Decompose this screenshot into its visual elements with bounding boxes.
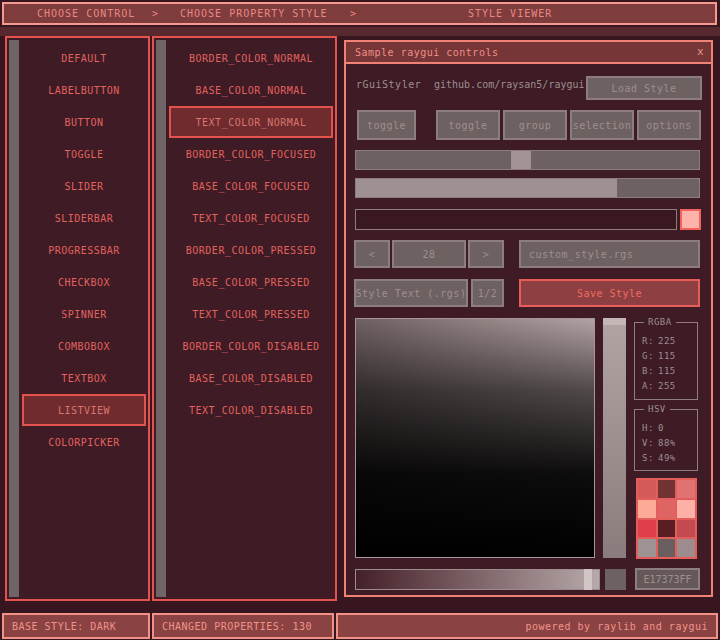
background-band <box>0 27 720 36</box>
controls-list-panel: DEFAULTLABELBUTTONBUTTONTOGGLESLIDERSLID… <box>5 36 150 601</box>
control-item-listview[interactable]: LISTVIEW <box>22 394 146 426</box>
color-palette-grid <box>636 478 697 559</box>
properties-list: BORDER_COLOR_NORMALBASE_COLOR_NORMALTEXT… <box>169 42 333 426</box>
palette-cell[interactable] <box>638 480 656 498</box>
window-title: Sample raygui controls <box>355 47 498 58</box>
hsv-values: H:0V:88%S:49% <box>635 420 697 465</box>
sample-controls-window: Sample raygui controls x rGuiStyler gith… <box>344 40 713 597</box>
window-titlebar[interactable]: Sample raygui controls x <box>346 42 711 64</box>
breadcrumb-choose-control: CHOOSE CONTROL <box>37 8 135 19</box>
properties-scrollbar[interactable] <box>156 40 166 597</box>
property-item-text_color_disabled[interactable]: TEXT_COLOR_DISABLED <box>169 394 333 426</box>
breadcrumb-bar: CHOOSE CONTROL > CHOOSE PROPERTY STYLE >… <box>2 2 717 25</box>
palette-cell[interactable] <box>638 539 656 557</box>
repo-url-label: github.com/raysan5/raygui <box>434 79 585 90</box>
palette-cell[interactable] <box>638 520 656 538</box>
property-item-base_color_normal[interactable]: BASE_COLOR_NORMAL <box>169 74 333 106</box>
property-item-base_color_focused[interactable]: BASE_COLOR_FOCUSED <box>169 170 333 202</box>
control-item-slider[interactable]: SLIDER <box>22 170 146 202</box>
slider-handle[interactable] <box>511 151 531 169</box>
hsv-group-title: HSV <box>644 404 670 414</box>
palette-cell[interactable] <box>677 480 695 498</box>
sample-slider[interactable] <box>355 150 700 170</box>
controls-list: DEFAULTLABELBUTTONBUTTONTOGGLESLIDERSLID… <box>22 42 146 458</box>
control-item-default[interactable]: DEFAULT <box>22 42 146 74</box>
value-row: V:88% <box>635 435 697 450</box>
value-row: B:115 <box>635 363 697 378</box>
palette-cell[interactable] <box>658 520 676 538</box>
style-text-button[interactable]: Style Text (.rgs) <box>354 279 468 307</box>
spinner-value[interactable]: 28 <box>392 240 466 268</box>
palette-cell[interactable] <box>658 539 676 557</box>
toggle-group-selection[interactable]: selection <box>570 110 634 140</box>
color-picker-sv-panel[interactable] <box>355 318 595 558</box>
alpha-handle[interactable] <box>584 569 592 590</box>
toggle-group-toggle[interactable]: toggle <box>436 110 500 140</box>
breadcrumb-choose-property-style: CHOOSE PROPERTY STYLE <box>180 8 327 19</box>
alpha-value-box <box>605 569 626 590</box>
toggle-group-group[interactable]: group <box>503 110 567 140</box>
value-row: H:0 <box>635 420 697 435</box>
palette-cell[interactable] <box>677 500 695 518</box>
property-item-border_color_pressed[interactable]: BORDER_COLOR_PRESSED <box>169 234 333 266</box>
property-item-border_color_normal[interactable]: BORDER_COLOR_NORMAL <box>169 42 333 74</box>
rgba-values: R:225G:115B:115A:255 <box>635 333 697 393</box>
palette-cell[interactable] <box>638 500 656 518</box>
app-name-label: rGuiStyler <box>356 79 421 90</box>
page-indicator-button[interactable]: 1/2 <box>471 279 504 307</box>
sample-textbox[interactable] <box>355 209 677 230</box>
property-item-base_color_pressed[interactable]: BASE_COLOR_PRESSED <box>169 266 333 298</box>
status-changed-properties: CHANGED PROPERTIES: 130 <box>152 613 334 639</box>
rgba-group-box: RGBA R:225G:115B:115A:255 <box>634 322 698 400</box>
control-item-colorpicker[interactable]: COLORPICKER <box>22 426 146 458</box>
value-row: S:49% <box>635 450 697 465</box>
close-icon[interactable]: x <box>697 45 704 58</box>
control-item-button[interactable]: BUTTON <box>22 106 146 138</box>
property-item-border_color_disabled[interactable]: BORDER_COLOR_DISABLED <box>169 330 333 362</box>
rgba-group-title: RGBA <box>644 317 676 327</box>
value-row: A:255 <box>635 378 697 393</box>
hsv-group-box: HSV H:0V:88%S:49% <box>634 409 698 471</box>
control-item-toggle[interactable]: TOGGLE <box>22 138 146 170</box>
breadcrumb-arrow-icon: > <box>152 8 159 19</box>
color-picker-hue-bar[interactable] <box>603 318 626 558</box>
control-item-spinner[interactable]: SPINNER <box>22 298 146 330</box>
alpha-slider[interactable] <box>355 569 600 590</box>
sample-sliderbar[interactable] <box>355 178 700 198</box>
control-item-sliderbar[interactable]: SLIDERBAR <box>22 202 146 234</box>
save-style-button[interactable]: Save Style <box>519 279 700 307</box>
breadcrumb-style-viewer: STYLE VIEWER <box>468 8 552 19</box>
status-base-style: BASE STYLE: DARK <box>2 613 150 639</box>
hex-color-input[interactable]: E17373FF <box>635 568 700 590</box>
control-item-combobox[interactable]: COMBOBOX <box>22 330 146 362</box>
text-color-swatch <box>680 209 701 230</box>
sliderbar-fill <box>356 179 617 197</box>
control-item-textbox[interactable]: TEXTBOX <box>22 362 146 394</box>
value-row: R:225 <box>635 333 697 348</box>
controls-scrollbar[interactable] <box>9 40 19 597</box>
control-item-checkbox[interactable]: CHECKBOX <box>22 266 146 298</box>
breadcrumb-arrow-icon: > <box>350 8 357 19</box>
palette-cell[interactable] <box>677 539 695 557</box>
status-powered-by: powered by raylib and raygui <box>336 613 718 639</box>
control-item-progressbar[interactable]: PROGRESSBAR <box>22 234 146 266</box>
control-item-labelbutton[interactable]: LABELBUTTON <box>22 74 146 106</box>
property-item-text_color_pressed[interactable]: TEXT_COLOR_PRESSED <box>169 298 333 330</box>
palette-cell[interactable] <box>658 500 676 518</box>
spinner-decrement-button[interactable]: < <box>354 240 390 268</box>
property-item-border_color_focused[interactable]: BORDER_COLOR_FOCUSED <box>169 138 333 170</box>
palette-cell[interactable] <box>677 520 695 538</box>
property-item-text_color_focused[interactable]: TEXT_COLOR_FOCUSED <box>169 202 333 234</box>
palette-cell[interactable] <box>658 480 676 498</box>
property-item-text_color_normal[interactable]: TEXT_COLOR_NORMAL <box>169 106 333 138</box>
spinner-increment-button[interactable]: > <box>468 240 504 268</box>
toggle-button[interactable]: toggle <box>357 110 416 140</box>
hue-handle[interactable] <box>603 318 626 325</box>
property-item-base_color_disabled[interactable]: BASE_COLOR_DISABLED <box>169 362 333 394</box>
load-style-button[interactable]: Load Style <box>586 76 702 100</box>
toggle-group-options[interactable]: options <box>637 110 701 140</box>
properties-list-panel: BORDER_COLOR_NORMALBASE_COLOR_NORMALTEXT… <box>152 36 337 601</box>
file-name-input[interactable]: custom_style.rgs <box>519 240 700 268</box>
value-row: G:115 <box>635 348 697 363</box>
